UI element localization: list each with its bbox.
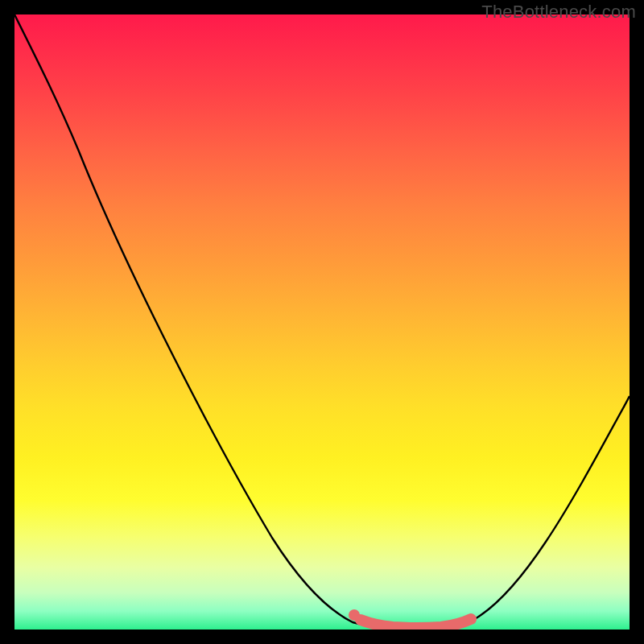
plot-area bbox=[14, 14, 630, 630]
watermark-text: TheBottleneck.com bbox=[481, 2, 636, 23]
chart-frame: TheBottleneck.com bbox=[0, 0, 644, 644]
bottleneck-curve bbox=[14, 14, 630, 630]
optimal-range-marker bbox=[361, 619, 471, 628]
chart-svg bbox=[14, 14, 630, 630]
